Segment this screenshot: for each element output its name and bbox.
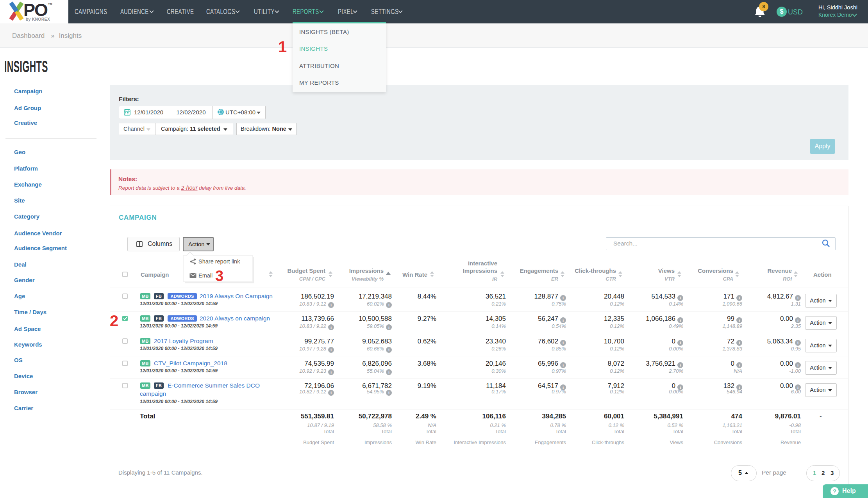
svg-text:TM: TM xyxy=(48,2,52,6)
svg-text:by KNOREX: by KNOREX xyxy=(26,17,50,21)
